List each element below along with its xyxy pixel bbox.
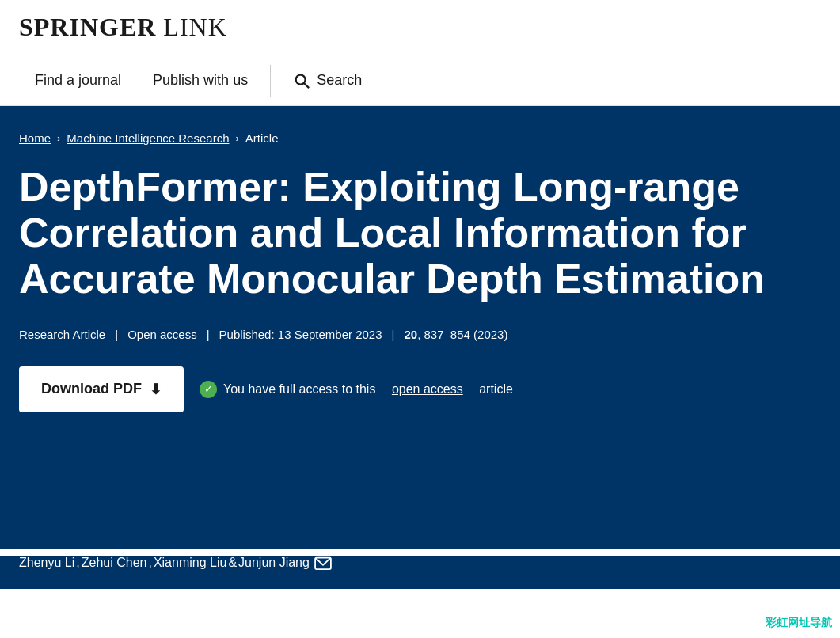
- svg-point-0: [296, 74, 306, 84]
- download-pdf-label: Download PDF: [41, 381, 142, 397]
- access-info: ✓ You have full access to this open acce…: [200, 381, 513, 398]
- breadcrumb: Home › Machine Intelligence Research › A…: [19, 131, 821, 145]
- search-button[interactable]: Search: [277, 55, 378, 106]
- article-year: (2023): [473, 328, 507, 341]
- navbar: Find a journal Publish with us Search: [0, 55, 840, 106]
- breadcrumb-sep-1: ›: [57, 132, 60, 144]
- download-icon: ⬇: [150, 381, 162, 398]
- author-zehui-chen[interactable]: Zehui Chen: [82, 556, 147, 570]
- springer-logo: SPRINGER LINK: [19, 13, 821, 42]
- download-pdf-button[interactable]: Download PDF ⬇: [19, 366, 184, 412]
- article-pages: 837–854: [424, 328, 470, 341]
- article-title: DepthFormer: Exploiting Long-range Corre…: [19, 164, 821, 302]
- article-volume: 20: [404, 328, 417, 341]
- download-section: Download PDF ⬇ ✓ You have full access to…: [19, 366, 821, 412]
- open-access-link[interactable]: open access: [392, 382, 463, 397]
- author-junjun-jiang[interactable]: Junjun Jiang: [238, 556, 310, 570]
- svg-line-1: [304, 83, 309, 88]
- nav-divider: [270, 65, 271, 97]
- email-icon[interactable]: [314, 556, 332, 570]
- authors-section: Zhenyu Li , Zehui Chen , Xianming Liu & …: [0, 556, 840, 589]
- logo-part1: SPRINGER: [19, 13, 156, 41]
- publish-with-us-link[interactable]: Publish with us: [137, 55, 264, 106]
- search-label: Search: [317, 72, 362, 89]
- nav-links: Find a journal Publish with us: [19, 55, 264, 106]
- site-header: SPRINGER LINK: [0, 0, 840, 55]
- find-journal-link[interactable]: Find a journal: [19, 55, 137, 106]
- authors-list: Zhenyu Li , Zehui Chen , Xianming Liu & …: [19, 556, 821, 570]
- logo-part2: LINK: [163, 13, 226, 41]
- watermark: 彩虹网址导航: [766, 616, 832, 630]
- breadcrumb-sep-2: ›: [235, 132, 238, 144]
- published-date[interactable]: Published: 13 September 2023: [219, 328, 382, 341]
- breadcrumb-current: Article: [245, 131, 279, 145]
- access-message-before: You have full access to this: [223, 382, 375, 397]
- check-icon: ✓: [200, 381, 217, 398]
- author-zhenyu-li[interactable]: Zhenyu Li: [19, 556, 74, 570]
- hero-section: Home › Machine Intelligence Research › A…: [0, 106, 840, 549]
- access-message-after: article: [479, 382, 513, 397]
- article-type: Research Article: [19, 328, 105, 341]
- article-meta: Research Article | Open access | Publish…: [19, 328, 821, 341]
- author-xianming-liu[interactable]: Xianming Liu: [154, 556, 227, 570]
- breadcrumb-journal[interactable]: Machine Intelligence Research: [67, 131, 229, 145]
- search-icon: [293, 72, 310, 89]
- breadcrumb-home[interactable]: Home: [19, 131, 51, 145]
- open-access-meta-link[interactable]: Open access: [127, 328, 197, 341]
